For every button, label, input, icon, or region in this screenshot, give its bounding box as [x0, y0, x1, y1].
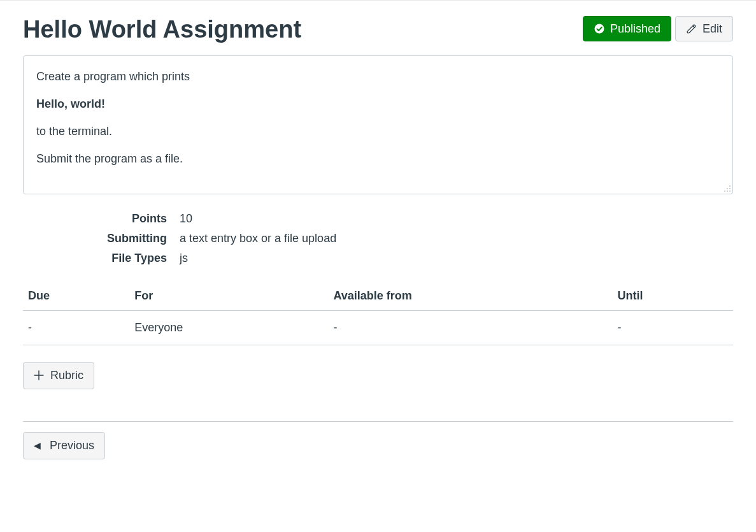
svg-point-5: [727, 191, 728, 192]
td-due: -: [23, 310, 129, 345]
svg-point-2: [729, 188, 731, 189]
points-value: 10: [180, 212, 733, 226]
svg-point-4: [729, 191, 731, 192]
add-rubric-button[interactable]: Rubric: [23, 362, 94, 389]
page-title: Hello World Assignment: [23, 16, 301, 44]
points-label: Points: [23, 212, 180, 226]
description-line: Submit the program as a file.: [36, 152, 720, 166]
description-line-bold: Hello, world!: [36, 97, 720, 111]
edit-button[interactable]: Edit: [675, 16, 733, 41]
file-types-label: File Types: [23, 252, 180, 265]
file-types-value: js: [180, 252, 733, 265]
check-circle-icon: [594, 23, 605, 34]
published-label: Published: [610, 23, 660, 34]
td-from: -: [328, 310, 612, 345]
plus-icon: [34, 370, 44, 380]
assignment-meta: Points 10 Submitting a text entry box or…: [23, 212, 733, 265]
previous-button[interactable]: ◀ Previous: [23, 432, 105, 459]
td-until: -: [612, 310, 733, 345]
published-button[interactable]: Published: [583, 16, 671, 41]
svg-point-6: [724, 191, 725, 192]
th-from: Available from: [328, 283, 612, 311]
pencil-icon: [686, 23, 697, 34]
svg-point-1: [729, 185, 731, 187]
rubric-label: Rubric: [50, 369, 83, 382]
th-until: Until: [612, 283, 733, 311]
table-row: - Everyone - -: [23, 310, 733, 345]
footer-separator: [23, 421, 733, 422]
due-dates-table: Due For Available from Until - Everyone …: [23, 283, 733, 345]
edit-label: Edit: [703, 23, 722, 34]
submitting-label: Submitting: [23, 232, 180, 245]
previous-label: Previous: [50, 439, 94, 452]
th-for: For: [129, 283, 328, 311]
description-line: to the terminal.: [36, 125, 720, 138]
th-due: Due: [23, 283, 129, 311]
submitting-value: a text entry box or a file upload: [180, 232, 733, 245]
resize-grip-icon[interactable]: [724, 185, 731, 192]
svg-point-3: [727, 188, 728, 189]
td-for: Everyone: [129, 310, 328, 345]
svg-point-0: [594, 24, 604, 34]
caret-left-icon: ◀: [34, 440, 41, 450]
assignment-description: Create a program which prints Hello, wor…: [23, 55, 733, 194]
description-line: Create a program which prints: [36, 70, 720, 83]
